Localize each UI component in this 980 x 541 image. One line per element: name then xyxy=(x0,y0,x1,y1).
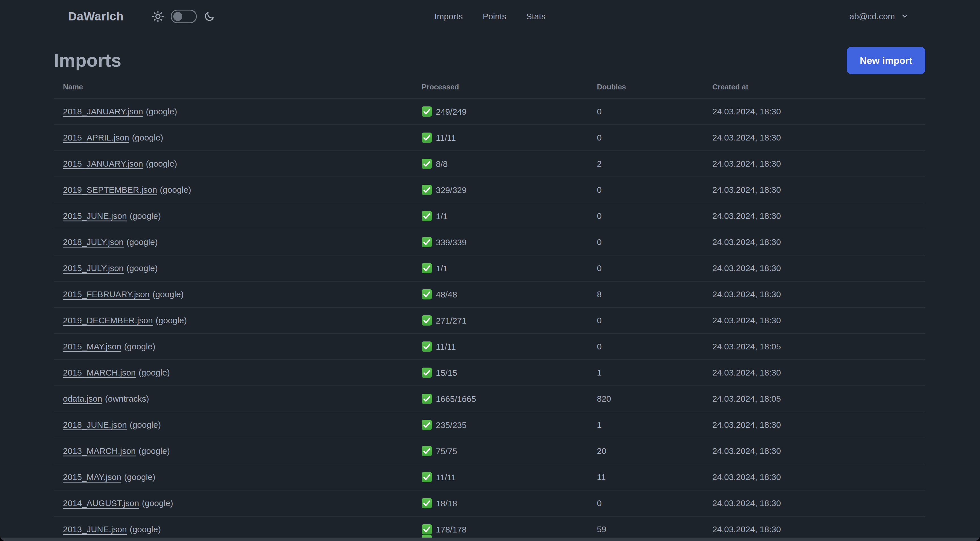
created-at-cell: 24.03.2024, 18:30 xyxy=(703,516,925,541)
file-source: (google) xyxy=(138,368,170,377)
processed-cell: 329/329 xyxy=(413,177,588,203)
created-at-cell: 24.03.2024, 18:30 xyxy=(703,307,925,334)
file-source: (google) xyxy=(146,107,177,116)
created-at-cell: 24.03.2024, 18:30 xyxy=(703,412,925,438)
theme-toggle-group xyxy=(152,10,215,23)
check-mark-emoji xyxy=(422,237,432,247)
file-link[interactable]: 2018_JULY.json xyxy=(63,237,124,247)
file-link[interactable]: 2015_MAY.json xyxy=(63,472,121,482)
processed-cell: 178/178 xyxy=(413,516,588,541)
file-link[interactable]: 2019_DECEMBER.json xyxy=(63,316,153,325)
name-cell: 2018_JULY.json(google) xyxy=(54,229,413,255)
table-row: 2019_SEPTEMBER.json(google) 329/329 0 24… xyxy=(54,177,925,203)
check-mark-emoji xyxy=(422,107,432,116)
processed-count: 1665/1665 xyxy=(436,394,476,404)
table-row: 2015_JANUARY.json(google) 8/8 2 24.03.20… xyxy=(54,151,925,177)
table-row: 2015_MARCH.json(google) 15/15 1 24.03.20… xyxy=(54,360,925,386)
check-mark-emoji xyxy=(422,289,432,300)
processed-count: 11/11 xyxy=(436,342,456,351)
file-link[interactable]: 2013_JUNE.json xyxy=(63,525,127,534)
check-mark-emoji xyxy=(422,185,432,195)
processed-cell: 15/15 xyxy=(413,360,588,386)
name-cell: 2019_DECEMBER.json(google) xyxy=(54,307,413,334)
file-source: (google) xyxy=(142,498,173,508)
file-link[interactable]: 2015_JANUARY.json xyxy=(63,159,143,168)
doubles-cell: 1 xyxy=(588,412,703,438)
table-header-row: Name Processed Doubles Created at xyxy=(54,74,925,99)
created-at-cell: 24.03.2024, 18:30 xyxy=(703,464,925,490)
file-link[interactable]: 2018_JUNE.json xyxy=(63,420,127,429)
processed-count: 339/339 xyxy=(436,238,466,247)
file-link[interactable]: 2019_SEPTEMBER.json xyxy=(63,185,157,195)
file-link[interactable]: 2014_AUGUST.json xyxy=(63,498,139,508)
file-link[interactable]: 2018_JANUARY.json xyxy=(63,107,143,116)
new-import-button[interactable]: New import xyxy=(847,47,925,74)
imports-table-body: 2018_JANUARY.json(google) 249/249 0 24.0… xyxy=(54,99,925,541)
table-row: 2013_MARCH.json(google) 75/75 20 24.03.2… xyxy=(54,438,925,464)
created-at-cell: 24.03.2024, 18:30 xyxy=(703,360,925,386)
theme-toggle-switch[interactable] xyxy=(171,10,197,23)
doubles-cell: 0 xyxy=(588,99,703,124)
processed-cell: 18/18 xyxy=(413,490,588,516)
theme-toggle-knob xyxy=(173,12,182,21)
name-cell: 2015_FEBRUARY.json(google) xyxy=(54,281,413,307)
doubles-cell: 0 xyxy=(588,334,703,360)
check-mark-emoji xyxy=(422,367,432,378)
file-link[interactable]: 2015_MARCH.json xyxy=(63,368,136,377)
file-source: (owntracks) xyxy=(105,394,149,403)
name-cell: odata.json(owntracks) xyxy=(54,386,413,412)
file-link[interactable]: 2015_MAY.json xyxy=(63,342,121,351)
processed-count: 1/1 xyxy=(436,211,448,221)
file-link[interactable]: odata.json xyxy=(63,394,102,403)
file-link[interactable]: 2015_APRIL.json xyxy=(63,133,129,142)
name-cell: 2015_JANUARY.json(google) xyxy=(54,151,413,177)
table-row: 2018_JUNE.json(google) 235/235 1 24.03.2… xyxy=(54,412,925,438)
file-source: (google) xyxy=(130,525,161,534)
check-mark-emoji xyxy=(422,420,432,430)
doubles-cell: 11 xyxy=(588,464,703,490)
table-row: 2014_AUGUST.json(google) 18/18 0 24.03.2… xyxy=(54,490,925,516)
doubles-cell: 2 xyxy=(588,151,703,177)
check-mark-emoji xyxy=(422,498,432,508)
created-at-cell: 24.03.2024, 18:30 xyxy=(703,99,925,124)
created-at-cell: 24.03.2024, 18:30 xyxy=(703,281,925,307)
table-row: 2015_JULY.json(google) 1/1 0 24.03.2024,… xyxy=(54,255,925,281)
name-cell: 2013_MARCH.json(google) xyxy=(54,438,413,464)
user-menu[interactable]: ab@cd.com xyxy=(849,12,909,21)
file-source: (google) xyxy=(130,420,161,429)
doubles-cell: 8 xyxy=(588,281,703,307)
processed-count: 235/235 xyxy=(436,420,466,430)
sun-icon xyxy=(152,11,164,22)
nav-link-stats[interactable]: Stats xyxy=(526,12,546,21)
processed-cell: 1/1 xyxy=(413,203,588,229)
brand-logo[interactable]: DaWarIch xyxy=(68,10,124,23)
nav-link-points[interactable]: Points xyxy=(483,12,506,21)
created-at-cell: 24.03.2024, 18:30 xyxy=(703,177,925,203)
created-at-cell: 24.03.2024, 18:05 xyxy=(703,386,925,412)
check-mark-emoji xyxy=(422,315,432,326)
column-header-name: Name xyxy=(54,74,413,99)
name-cell: 2015_MAY.json(google) xyxy=(54,464,413,490)
name-cell: 2015_MAY.json(google) xyxy=(54,334,413,360)
file-link[interactable]: 2015_FEBRUARY.json xyxy=(63,289,150,299)
table-row: odata.json(owntracks) 1665/1665 820 24.0… xyxy=(54,386,925,412)
processed-cell: 8/8 xyxy=(413,151,588,177)
file-link[interactable]: 2015_JUNE.json xyxy=(63,211,127,220)
check-mark-emoji xyxy=(422,472,432,482)
table-row: 2019_DECEMBER.json(google) 271/271 0 24.… xyxy=(54,307,925,334)
file-link[interactable]: 2013_MARCH.json xyxy=(63,446,136,456)
processed-count: 8/8 xyxy=(436,159,448,169)
name-cell: 2018_JUNE.json(google) xyxy=(54,412,413,438)
column-header-created-at: Created at xyxy=(703,74,925,99)
processed-count: 18/18 xyxy=(436,499,457,508)
table-row: 2015_FEBRUARY.json(google) 48/48 8 24.03… xyxy=(54,281,925,307)
processed-count: 75/75 xyxy=(436,447,457,456)
nav-link-imports[interactable]: Imports xyxy=(434,12,463,21)
table-row: 2018_JULY.json(google) 339/339 0 24.03.2… xyxy=(54,229,925,255)
doubles-cell: 0 xyxy=(588,177,703,203)
processed-count: 11/11 xyxy=(436,472,456,482)
check-mark-emoji xyxy=(422,211,432,221)
file-link[interactable]: 2015_JULY.json xyxy=(63,263,124,273)
created-at-cell: 24.03.2024, 18:30 xyxy=(703,203,925,229)
processed-count: 271/271 xyxy=(436,316,466,325)
